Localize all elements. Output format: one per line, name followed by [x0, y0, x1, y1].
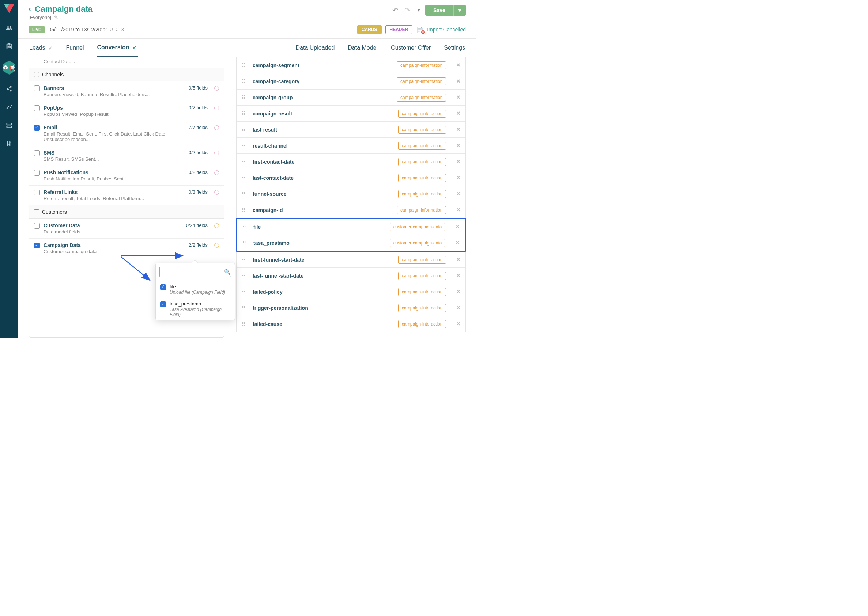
save-dropdown[interactable]: ▼ — [454, 5, 466, 16]
column-row[interactable]: ⠿result-channelcampaign-interaction× — [236, 138, 465, 154]
collapse-icon[interactable]: − — [34, 72, 39, 77]
drag-handle-icon[interactable]: ⠿ — [242, 159, 248, 165]
field-group-row[interactable]: Referral LinksReferral result, Total Lea… — [29, 185, 224, 205]
remove-column-icon[interactable]: × — [455, 239, 460, 247]
remove-column-icon[interactable]: × — [456, 304, 460, 312]
remove-column-icon[interactable]: × — [456, 61, 460, 69]
remove-column-icon[interactable]: × — [456, 206, 460, 214]
column-row[interactable]: ⠿failed-causecampaign-interaction× — [236, 316, 465, 332]
checkbox[interactable] — [34, 105, 40, 111]
column-row[interactable]: ⠿first-funnel-start-datecampaign-interac… — [236, 252, 465, 268]
column-row[interactable]: ⠿trigger-personalizationcampaign-interac… — [236, 300, 465, 316]
checkbox[interactable] — [34, 125, 40, 131]
popover-field-item[interactable]: tasa_prestamoTasa Préstamo (Campaign Fie… — [156, 298, 235, 320]
section-header[interactable]: −Channels — [29, 68, 224, 82]
tab-funnel[interactable]: Funnel — [65, 39, 85, 57]
column-row[interactable]: ⠿campaign-segmentcampaign-information× — [236, 57, 465, 74]
date-range[interactable]: 05/11/2019 to 13/12/2022 — [48, 27, 107, 33]
column-row[interactable]: ⠿last-resultcampaign-interaction× — [236, 122, 465, 138]
column-row[interactable]: ⠿last-contact-datecampaign-interaction× — [236, 170, 465, 186]
cards-badge[interactable]: CARDS — [357, 25, 382, 34]
drag-handle-icon[interactable]: ⠿ — [242, 94, 248, 101]
checkbox[interactable] — [34, 85, 40, 91]
checkbox[interactable] — [160, 284, 166, 290]
field-group-row[interactable]: EmailEmail Result, Email Sent, First Cli… — [29, 121, 224, 146]
save-button[interactable]: Save — [425, 5, 454, 16]
column-row[interactable]: ⠿campaign-idcampaign-information× — [236, 202, 465, 218]
collapse-icon[interactable]: − — [34, 209, 39, 214]
popover-search-input[interactable] — [163, 269, 224, 275]
drag-handle-icon[interactable]: ⠿ — [242, 79, 248, 85]
field-group-row[interactable]: Customer DataData model fields0/24 field… — [29, 219, 224, 239]
drag-handle-icon[interactable]: ⠿ — [242, 257, 248, 263]
drag-handle-icon[interactable]: ⠿ — [242, 191, 248, 197]
checkbox[interactable] — [160, 302, 166, 307]
column-row[interactable]: ⠿failed-policycampaign-interaction× — [236, 284, 465, 300]
remove-column-icon[interactable]: × — [456, 256, 460, 263]
nav-campaigns-icon[interactable]: 📢 — [2, 61, 16, 74]
column-row[interactable]: ⠿tasa_prestamocustomer-campaign-data× — [237, 235, 465, 251]
column-row[interactable]: ⠿filecustomer-campaign-data× — [237, 219, 465, 235]
column-row[interactable]: ⠿funnel-sourcecampaign-interaction× — [236, 186, 465, 202]
tab-data-uploaded[interactable]: Data Uploaded — [295, 39, 336, 57]
drag-handle-icon[interactable]: ⠿ — [242, 63, 248, 68]
header-badge[interactable]: HEADER — [385, 25, 413, 34]
section-header[interactable]: −Customers — [29, 205, 224, 219]
remove-column-icon[interactable]: × — [456, 158, 460, 165]
nav-clipboard-icon[interactable] — [5, 42, 13, 50]
checkbox[interactable] — [34, 150, 40, 156]
drag-handle-icon[interactable]: ⠿ — [242, 207, 248, 213]
remove-column-icon[interactable]: × — [456, 288, 460, 295]
field-group-row[interactable]: PopUpsPopUps Viewed, Popup Result0/2 fie… — [29, 101, 224, 121]
remove-column-icon[interactable]: × — [456, 174, 460, 182]
popover-search[interactable]: 🔍 — [159, 267, 231, 277]
drag-handle-icon[interactable]: ⠿ — [242, 111, 248, 116]
remove-column-icon[interactable]: × — [456, 190, 460, 198]
undo-icon[interactable]: ↶ — [391, 5, 400, 16]
remove-column-icon[interactable]: × — [456, 272, 460, 280]
edit-icon[interactable]: ✎ — [54, 15, 58, 20]
nav-share-icon[interactable] — [5, 85, 13, 93]
tab-leads[interactable]: Leads✓ — [28, 39, 54, 57]
drag-handle-icon[interactable]: ⠿ — [242, 321, 248, 327]
drag-handle-icon[interactable]: ⠿ — [242, 143, 248, 149]
remove-column-icon[interactable]: × — [456, 110, 460, 117]
remove-column-icon[interactable]: × — [455, 223, 460, 231]
checkbox[interactable] — [34, 170, 40, 176]
column-row[interactable]: ⠿campaign-resultcampaign-interaction× — [236, 105, 465, 122]
tab-data-model[interactable]: Data Model — [347, 39, 378, 57]
drag-handle-icon[interactable]: ⠿ — [242, 127, 248, 133]
checkbox[interactable] — [34, 223, 40, 229]
remove-column-icon[interactable]: × — [456, 94, 460, 101]
nav-analytics-icon[interactable] — [5, 103, 13, 111]
remove-column-icon[interactable]: × — [456, 320, 460, 328]
remove-column-icon[interactable]: × — [456, 77, 460, 85]
nav-server-icon[interactable] — [5, 121, 13, 129]
drag-handle-icon[interactable]: ⠿ — [243, 240, 249, 246]
column-row[interactable]: ⠿campaign-categorycampaign-information× — [236, 74, 465, 90]
drag-handle-icon[interactable]: ⠿ — [242, 273, 248, 279]
tab-customer-offer[interactable]: Customer Offer — [390, 39, 432, 57]
import-status[interactable]: Import Cancelled — [427, 27, 466, 33]
back-button[interactable]: ‹ — [28, 5, 31, 14]
remove-column-icon[interactable]: × — [456, 142, 460, 149]
tab-conversion[interactable]: Conversion✓ — [96, 39, 138, 57]
checkbox[interactable] — [34, 190, 40, 195]
field-group-row[interactable]: BannersBanners Viewed, Banners Results, … — [29, 82, 224, 101]
column-row[interactable]: ⠿last-funnel-start-datecampaign-interact… — [236, 268, 465, 284]
drag-handle-icon[interactable]: ⠿ — [242, 305, 248, 311]
drag-handle-icon[interactable]: ⠿ — [243, 224, 249, 230]
remove-column-icon[interactable]: × — [456, 126, 460, 134]
drag-handle-icon[interactable]: ⠿ — [242, 289, 248, 295]
tab-settings[interactable]: Settings — [443, 39, 466, 57]
field-group-row[interactable]: Push NotificationsPush Notification Resu… — [29, 166, 224, 185]
field-group-row[interactable]: SMSSMS Result, SMSs Sent...0/2 fields — [29, 146, 224, 166]
field-group-row[interactable]: Campaign DataCustomer campaign data2/2 f… — [29, 239, 224, 258]
redo-dropdown-icon[interactable]: ▼ — [415, 6, 422, 14]
drag-handle-icon[interactable]: ⠿ — [242, 175, 248, 181]
popover-field-item[interactable]: fileUpload file (Campaign Field) — [156, 281, 235, 298]
column-row[interactable]: ⠿first-contact-datecampaign-interaction× — [236, 154, 465, 170]
checkbox[interactable] — [34, 243, 40, 248]
nav-settings-icon[interactable] — [5, 140, 13, 148]
nav-users-icon[interactable] — [5, 24, 13, 32]
